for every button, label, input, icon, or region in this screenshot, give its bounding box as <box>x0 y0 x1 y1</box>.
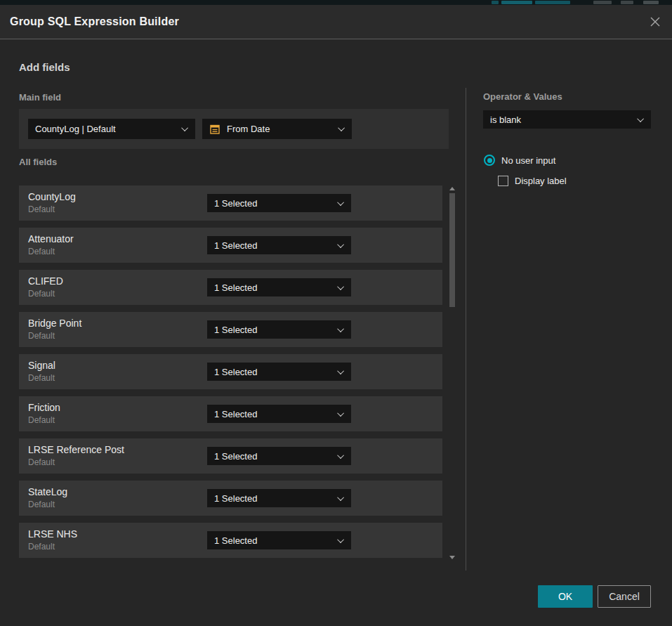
operator-select-value: is blank <box>490 115 633 125</box>
main-field-source-select[interactable]: CountyLog | Default <box>28 119 195 139</box>
calendar-icon <box>209 123 220 135</box>
field-name: Attenuator <box>28 233 74 244</box>
field-selected-dropdown[interactable]: 1 Selected <box>207 194 351 212</box>
display-label-label: Display label <box>515 176 567 186</box>
field-sublabel: Default <box>28 331 55 341</box>
chevron-down-icon <box>337 241 344 248</box>
radio-selected-icon <box>484 155 495 166</box>
add-fields-heading: Add fields <box>19 61 70 73</box>
field-sublabel: Default <box>28 289 55 299</box>
field-selected-value: 1 Selected <box>214 367 334 377</box>
chevron-down-icon <box>337 199 344 206</box>
field-selected-value: 1 Selected <box>214 535 334 546</box>
field-row: CLIFED Default 1 Selected <box>19 270 442 305</box>
field-selected-value: 1 Selected <box>214 409 334 419</box>
field-selected-dropdown[interactable]: 1 Selected <box>207 531 351 549</box>
field-selected-dropdown[interactable]: 1 Selected <box>207 320 351 339</box>
main-field-source-value: CountyLog | Default <box>35 124 178 134</box>
field-selected-value: 1 Selected <box>214 325 334 335</box>
chevron-down-icon <box>337 494 344 501</box>
field-selected-value: 1 Selected <box>214 282 334 293</box>
field-name: LRSE NHS <box>28 528 77 540</box>
field-sublabel: Default <box>28 457 55 467</box>
field-selected-dropdown[interactable]: 1 Selected <box>207 489 351 507</box>
field-row: StateLog Default 1 Selected <box>19 481 442 516</box>
no-user-input-radio[interactable]: No user input <box>484 155 555 166</box>
scroll-down-icon[interactable] <box>449 556 455 559</box>
chevron-down-icon <box>337 536 344 543</box>
scrollbar-thumb[interactable] <box>449 193 455 307</box>
dialog-header: Group SQL Expression Builder <box>0 5 672 39</box>
close-button[interactable] <box>647 13 664 30</box>
panel-divider <box>466 88 466 570</box>
field-name: Signal <box>28 360 55 371</box>
main-field-field-select[interactable]: From Date <box>202 119 352 139</box>
chevron-down-icon <box>337 367 344 374</box>
chevron-down-icon <box>338 124 345 131</box>
field-row: Bridge Point Default 1 Selected <box>19 312 442 347</box>
field-selected-dropdown[interactable]: 1 Selected <box>207 363 351 381</box>
all-fields-label: All fields <box>19 157 57 167</box>
field-row: Attenuator Default 1 Selected <box>19 228 442 263</box>
group-sql-expression-builder-dialog: Group SQL Expression Builder Add fields … <box>0 5 672 626</box>
operator-values-heading: Operator & Values <box>483 91 562 102</box>
background-fragment <box>535 1 570 4</box>
field-sublabel: Default <box>28 204 55 214</box>
field-selected-dropdown[interactable]: 1 Selected <box>207 236 351 254</box>
chevron-down-icon <box>337 325 344 332</box>
chevron-down-icon <box>337 410 344 417</box>
field-name: CountyLog <box>28 191 76 202</box>
background-fragment <box>492 1 499 4</box>
field-sublabel: Default <box>28 247 55 256</box>
field-selected-value: 1 Selected <box>214 198 334 209</box>
field-selected-dropdown[interactable]: 1 Selected <box>207 405 351 423</box>
cancel-button[interactable]: Cancel <box>598 585 651 608</box>
background-fragment <box>593 1 612 4</box>
field-selected-value: 1 Selected <box>214 451 334 462</box>
chevron-down-icon <box>637 115 644 122</box>
chevron-down-icon <box>337 283 344 290</box>
field-sublabel: Default <box>28 415 55 425</box>
ok-button[interactable]: OK <box>538 585 593 608</box>
no-user-input-label: No user input <box>501 155 555 166</box>
field-selected-value: 1 Selected <box>214 240 334 251</box>
close-icon <box>650 16 661 27</box>
screen: Group SQL Expression Builder Add fields … <box>0 0 672 626</box>
field-name: StateLog <box>28 486 67 497</box>
field-selected-dropdown[interactable]: 1 Selected <box>207 278 351 296</box>
main-field-label: Main field <box>19 92 61 103</box>
background-fragment <box>501 1 532 4</box>
field-row: Friction Default 1 Selected <box>19 396 442 431</box>
field-row: Signal Default 1 Selected <box>19 354 442 389</box>
dialog-title: Group SQL Expression Builder <box>10 15 179 28</box>
checkbox-unchecked-icon <box>498 176 508 186</box>
scroll-up-icon[interactable] <box>449 187 455 190</box>
field-name: CLIFED <box>28 275 63 287</box>
field-sublabel: Default <box>28 500 55 509</box>
field-name: Friction <box>28 402 60 413</box>
main-field-panel: CountyLog | Default From Date <box>19 109 449 149</box>
field-selected-dropdown[interactable]: 1 Selected <box>207 447 351 465</box>
field-name: LRSE Reference Post <box>28 444 124 455</box>
field-row: LRSE NHS Default 1 Selected <box>19 523 442 558</box>
field-row: CountyLog Default 1 Selected <box>19 185 442 221</box>
field-name: Bridge Point <box>28 318 81 329</box>
background-fragment <box>643 1 659 4</box>
field-sublabel: Default <box>28 542 55 552</box>
field-selected-value: 1 Selected <box>214 493 334 504</box>
chevron-down-icon <box>181 124 188 131</box>
operator-select[interactable]: is blank <box>483 110 651 129</box>
main-field-field-value: From Date <box>227 124 334 134</box>
field-sublabel: Default <box>28 373 55 383</box>
chevron-down-icon <box>337 452 344 459</box>
background-app-strip <box>0 0 672 5</box>
field-row: LRSE Reference Post Default 1 Selected <box>19 438 442 474</box>
display-label-checkbox[interactable]: Display label <box>498 176 567 186</box>
background-fragment <box>621 1 633 4</box>
